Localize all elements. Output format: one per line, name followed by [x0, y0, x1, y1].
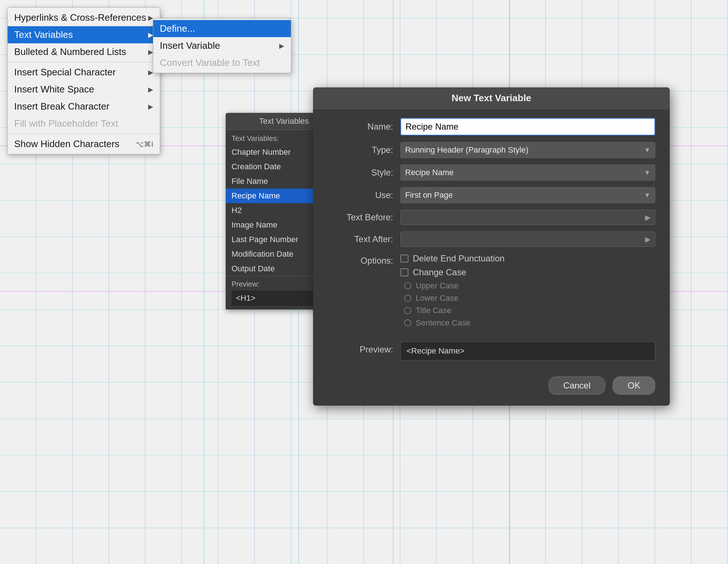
ntv-sentence-case-radio[interactable]	[404, 319, 411, 327]
menu-item-show-hidden-label: Show Hidden Characters	[14, 138, 119, 150]
ntv-title-case-row: Title Case	[404, 306, 655, 315]
ntv-name-label: Name:	[328, 122, 400, 132]
ntv-text-after-arrow[interactable]: ▶	[645, 235, 650, 244]
menu-item-insert-special-label: Insert Special Character	[14, 67, 116, 78]
submenu-item-define[interactable]: Define...	[153, 20, 291, 37]
menu-item-text-variables[interactable]: Text Variables ▶	[8, 26, 160, 43]
ntv-sentence-case-row: Sentence Case	[404, 318, 655, 328]
ntv-text-before-input[interactable]: ▶	[400, 210, 655, 225]
ntv-dialog-title: New Text Variable	[313, 87, 670, 109]
ntv-delete-end-punctuation-row: Delete End Punctuation	[400, 253, 655, 264]
ntv-lower-case-row: Lower Case	[404, 293, 655, 303]
menu-item-insert-break[interactable]: Insert Break Character ▶	[8, 98, 160, 115]
ntv-options-inner: Delete End Punctuation Change Case Upper…	[400, 253, 655, 331]
ntv-upper-case-label: Upper Case	[416, 281, 458, 291]
ntv-type-row: Type: Running Header (Paragraph Style) ▼	[328, 142, 655, 158]
ntv-text-before-arrow[interactable]: ▶	[645, 213, 650, 222]
ntv-options-label: Options:	[328, 253, 400, 266]
ntv-dialog-body: Name: Type: Running Header (Paragraph St…	[313, 109, 670, 373]
ntv-delete-end-punctuation-label: Delete End Punctuation	[413, 253, 505, 264]
ntv-use-label: Use:	[328, 190, 400, 200]
text-variables-submenu: Define... Insert Variable ▶ Convert Vari…	[153, 18, 291, 73]
ntv-style-row: Style: Recipe Name ▼	[328, 165, 655, 181]
menu-shortcut-show-hidden: ⌥⌘I	[135, 140, 153, 149]
ntv-options-row: Options: Delete End Punctuation Change C…	[328, 253, 655, 331]
ntv-lower-case-radio[interactable]	[404, 295, 411, 302]
ntv-use-select[interactable]: First on Page ▼	[400, 187, 655, 203]
menu-divider-1	[8, 62, 160, 62]
context-menu: Hyperlinks & Cross-References ▶ Text Var…	[7, 7, 160, 154]
submenu-item-insert-variable[interactable]: Insert Variable ▶	[153, 37, 291, 54]
ntv-type-select[interactable]: Running Header (Paragraph Style) ▼	[400, 142, 655, 158]
ntv-text-before-label: Text Before:	[328, 212, 400, 222]
submenu-item-convert: Convert Variable to Text	[153, 54, 291, 71]
menu-item-bulleted-lists-label: Bulleted & Numbered Lists	[14, 46, 126, 58]
ntv-preview-section: Preview: <Recipe Name>	[328, 342, 655, 364]
menu-item-fill-placeholder: Fill with Placeholder Text	[8, 115, 160, 132]
submenu-item-insert-variable-label: Insert Variable	[160, 40, 220, 51]
submenu-arrow-insert-special: ▶	[148, 68, 153, 76]
submenu-arrow-bulleted-lists: ▶	[148, 48, 153, 56]
ntv-name-input[interactable]	[400, 118, 655, 135]
ntv-text-after-label: Text After:	[328, 234, 400, 244]
menu-item-show-hidden[interactable]: Show Hidden Characters ⌥⌘I	[8, 135, 160, 153]
ntv-use-dropdown-arrow: ▼	[644, 192, 650, 199]
ntv-title-case-label: Title Case	[416, 306, 451, 315]
ntv-type-value: Running Header (Paragraph Style)	[405, 145, 529, 155]
ntv-change-case-label: Change Case	[413, 267, 466, 277]
ntv-use-row: Use: First on Page ▼	[328, 187, 655, 203]
ntv-upper-case-radio[interactable]	[404, 282, 411, 289]
ntv-ok-button[interactable]: OK	[613, 376, 655, 395]
menu-item-insert-break-label: Insert Break Character	[14, 101, 110, 112]
ntv-delete-end-punctuation-checkbox[interactable]	[400, 255, 408, 263]
ntv-type-dropdown-arrow: ▼	[644, 146, 650, 154]
ntv-text-after-row: Text After: ▶	[328, 232, 655, 247]
submenu-item-define-label: Define...	[160, 23, 195, 34]
menu-item-bulleted-lists[interactable]: Bulleted & Numbered Lists ▶	[8, 43, 160, 60]
submenu-arrow-text-variables: ▶	[148, 31, 153, 39]
menu-divider-2	[8, 134, 160, 134]
ntv-lower-case-label: Lower Case	[416, 293, 458, 303]
new-text-variable-dialog: New Text Variable Name: Type: Running He…	[313, 87, 670, 406]
submenu-arrow-insert-variable: ▶	[279, 42, 284, 50]
ntv-cancel-button[interactable]: Cancel	[549, 376, 606, 395]
ntv-name-row: Name:	[328, 118, 655, 135]
ntv-sentence-case-label: Sentence Case	[416, 318, 470, 328]
ntv-preview-label: Preview:	[328, 342, 400, 355]
ntv-style-dropdown-arrow: ▼	[644, 169, 650, 177]
ntv-footer: Cancel OK	[313, 373, 670, 395]
ntv-style-label: Style:	[328, 167, 400, 178]
menu-item-insert-special[interactable]: Insert Special Character ▶	[8, 64, 160, 81]
menu-item-insert-whitespace-label: Insert White Space	[14, 84, 94, 95]
menu-item-hyperlinks[interactable]: Hyperlinks & Cross-References ▶	[8, 9, 160, 26]
submenu-arrow-insert-whitespace: ▶	[148, 86, 153, 94]
menu-item-hyperlinks-label: Hyperlinks & Cross-References	[14, 12, 146, 23]
ntv-style-value: Recipe Name	[405, 168, 454, 177]
ntv-text-after-input[interactable]: ▶	[400, 232, 655, 247]
ntv-preview-box: <Recipe Name>	[400, 342, 655, 360]
menu-item-fill-placeholder-label: Fill with Placeholder Text	[14, 118, 118, 129]
guide-line-v1	[204, 0, 204, 564]
submenu-arrow-insert-break: ▶	[148, 103, 153, 111]
ntv-style-select[interactable]: Recipe Name ▼	[400, 165, 655, 181]
ntv-upper-case-row: Upper Case	[404, 281, 655, 291]
ntv-change-case-checkbox[interactable]	[400, 268, 408, 276]
submenu-item-convert-label: Convert Variable to Text	[160, 57, 260, 68]
menu-item-insert-whitespace[interactable]: Insert White Space ▶	[8, 81, 160, 98]
submenu-arrow-hyperlinks: ▶	[148, 14, 153, 22]
ntv-change-case-row: Change Case	[400, 267, 655, 277]
ntv-text-before-row: Text Before: ▶	[328, 210, 655, 225]
menu-item-text-variables-label: Text Variables	[14, 29, 73, 40]
ntv-type-label: Type:	[328, 145, 400, 155]
ntv-title-case-radio[interactable]	[404, 307, 411, 314]
ntv-use-value: First on Page	[405, 190, 453, 200]
